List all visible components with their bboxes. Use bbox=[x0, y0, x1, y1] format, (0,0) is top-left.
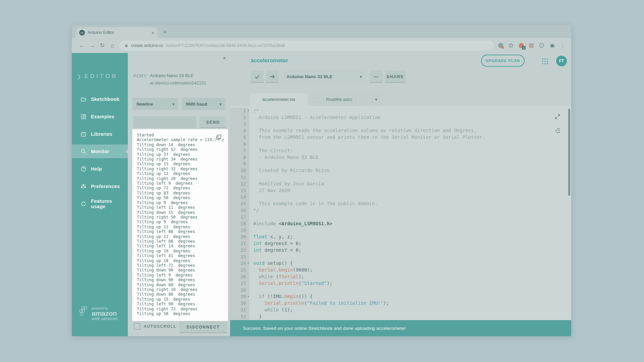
tab-accelerometer-ino[interactable]: accelerometer.ino bbox=[250, 93, 308, 106]
extension-icon-notification[interactable]: 1 bbox=[519, 43, 524, 48]
log-line: Started bbox=[137, 133, 226, 137]
extension-icon-1[interactable] bbox=[498, 43, 503, 48]
aws-sub: web services bbox=[92, 316, 118, 321]
line-number: 28 bbox=[230, 287, 249, 294]
line-number: 12 bbox=[230, 181, 249, 187]
home-icon[interactable]: ⌂ bbox=[107, 42, 117, 49]
sidebar-item-help[interactable]: Help bbox=[72, 162, 128, 176]
autoscroll-label: AUTOSCROLL bbox=[144, 324, 176, 329]
tab-readme-adoc[interactable]: ReadMe.adoc bbox=[311, 93, 367, 106]
browser-tab[interactable]: ∞ Arduino Editor × bbox=[76, 27, 158, 38]
code-line: 18#include <Arduino_LSM9DS1.h> bbox=[230, 221, 571, 227]
sidebar-item-monitor[interactable]: Monitor bbox=[72, 144, 128, 158]
sidebar: ❯EDITOR SketchbookExamplesLibrariesMonit… bbox=[72, 53, 128, 336]
address-bar[interactable]: create.arduino.cc/editor/FT-CONTENT/cebb… bbox=[119, 41, 494, 51]
line-number-fold[interactable]: 1 bbox=[230, 108, 249, 114]
avatar[interactable]: FT bbox=[556, 56, 567, 66]
disconnect-button[interactable]: DISCONNECT bbox=[179, 321, 227, 333]
line-number-fold[interactable]: 24 bbox=[230, 260, 249, 267]
extensions-puzzle-icon[interactable] bbox=[549, 43, 555, 48]
board-select[interactable]: Arduino Nano 33 BLE bbox=[282, 70, 367, 83]
share-button[interactable]: SHARE bbox=[385, 70, 406, 83]
tab-close-icon[interactable]: × bbox=[151, 30, 154, 36]
chevron-down-icon bbox=[375, 97, 377, 102]
line-number: 31 bbox=[230, 307, 249, 313]
editor-area: accelerometer UPGRADE PLAN FT Arduino Na… bbox=[230, 53, 571, 336]
forward-icon[interactable]: → bbox=[87, 42, 97, 49]
code-line: 15 This example code is in the public do… bbox=[230, 200, 571, 207]
editor-logo: ❯EDITOR bbox=[77, 73, 118, 80]
url-path: /editor/FT-CONTENT/cebbe2a6-5646-4409-9e… bbox=[166, 43, 285, 48]
log-line: Tilting left 72 degrees bbox=[137, 263, 226, 268]
code-scrollbar[interactable] bbox=[568, 109, 570, 196]
sidebar-item-features-usage[interactable]: Features usage bbox=[72, 197, 128, 210]
upgrade-plan-button[interactable]: UPGRADE PLAN bbox=[481, 55, 525, 67]
log-line: Tilting up 12 degrees bbox=[137, 171, 226, 176]
log-line: Tilting right 34 degrees bbox=[137, 157, 226, 162]
code-line: 26 while (!Serial); bbox=[230, 274, 571, 280]
code-line: 31 while (1); bbox=[230, 307, 571, 313]
apps-grid-icon[interactable] bbox=[541, 58, 549, 65]
log-line: Tilting right 52 degrees bbox=[137, 147, 226, 152]
log-line: Tilting up 15 degrees bbox=[137, 297, 226, 302]
log-line: Tilting up 12 degrees bbox=[137, 234, 226, 239]
autoscroll-checkbox[interactable] bbox=[134, 323, 140, 329]
reload-icon[interactable]: ↻ bbox=[97, 42, 107, 49]
sidebar-item-libraries[interactable]: Libraries bbox=[72, 127, 128, 141]
serial-plotter-icon[interactable] bbox=[554, 127, 561, 134]
fullscreen-icon[interactable] bbox=[554, 113, 561, 120]
line-number: 21 bbox=[230, 240, 249, 247]
line-number: 22 bbox=[230, 247, 249, 254]
line-number: 15 bbox=[230, 200, 249, 207]
copy-icon[interactable] bbox=[215, 133, 222, 141]
log-line: Tilting down 14 degrees bbox=[137, 142, 226, 147]
new-tab-button[interactable]: + bbox=[163, 28, 167, 36]
panel-close-icon[interactable]: × bbox=[223, 55, 226, 62]
code-editor[interactable]: 1/*2 Arduino LSM9DS1 - Accelerometer App… bbox=[230, 106, 571, 320]
browser-menu-icon[interactable]: ⋮ bbox=[560, 43, 565, 49]
line-number-fold[interactable]: 29 bbox=[230, 293, 249, 300]
log-line: Tilting up 12 degrees bbox=[137, 225, 226, 229]
serial-monitor-output[interactable]: StartedAccelerometer sample rate = 119.0… bbox=[132, 129, 228, 321]
code-line: 30 Serial.println("Failed to initialize … bbox=[230, 300, 571, 307]
line-number: 4 bbox=[230, 127, 249, 134]
code-line: 17 bbox=[230, 214, 571, 221]
sliders-icon bbox=[80, 183, 87, 189]
lock-icon bbox=[124, 43, 128, 48]
baud-rate-select[interactable]: 9600 baud bbox=[182, 98, 225, 110]
line-number: 20 bbox=[230, 234, 249, 240]
sidebar-item-examples[interactable]: Examples bbox=[72, 110, 128, 123]
sidebar-item-label: Help bbox=[91, 166, 102, 172]
aws-brand: amazon bbox=[92, 310, 118, 316]
log-line: Tilting left 9 degrees bbox=[137, 273, 226, 278]
status-message: Success: Saved on your online Sketchbook… bbox=[243, 326, 406, 331]
log-line: Tilting right 72 degrees bbox=[137, 307, 226, 311]
serial-message-input[interactable] bbox=[133, 116, 196, 128]
more-options-button[interactable]: ••• bbox=[370, 70, 382, 83]
line-ending-select[interactable]: Newline bbox=[132, 98, 178, 110]
aws-logo: powered by amazon web services bbox=[79, 306, 118, 321]
info-icon[interactable] bbox=[539, 43, 544, 48]
code-line: 24void setup() { bbox=[230, 260, 571, 267]
port-path: at /dev/cu.usbmodem142101 bbox=[150, 80, 206, 85]
send-button[interactable]: SEND bbox=[200, 116, 226, 128]
question-icon bbox=[80, 166, 87, 172]
browser-tab-bar: ∞ Arduino Editor × + bbox=[72, 25, 571, 38]
sidebar-item-preferences[interactable]: Preferences bbox=[72, 179, 128, 193]
verify-button[interactable] bbox=[251, 70, 264, 83]
sketch-title: accelerometer bbox=[251, 57, 288, 64]
log-line: Tilting up 58 degrees bbox=[137, 311, 226, 316]
sidebar-item-sketchbook[interactable]: Sketchbook bbox=[72, 92, 128, 106]
code-line: 14 bbox=[230, 194, 571, 200]
tab-list-dropdown[interactable] bbox=[370, 93, 382, 106]
bookmark-star-icon[interactable] bbox=[508, 43, 514, 48]
back-icon[interactable]: ← bbox=[77, 42, 87, 49]
log-line: Tilting up 83 degrees bbox=[137, 191, 226, 195]
extension-icon-2[interactable] bbox=[529, 43, 534, 48]
upload-button[interactable] bbox=[266, 70, 279, 83]
line-number: 2 bbox=[230, 114, 249, 121]
code-line: 4 This example reads the acceleration va… bbox=[230, 127, 571, 134]
list-icon bbox=[80, 114, 87, 120]
code-line: 8 - Arduino Nano 33 BLE bbox=[230, 154, 571, 161]
code-line: 19 bbox=[230, 227, 571, 234]
